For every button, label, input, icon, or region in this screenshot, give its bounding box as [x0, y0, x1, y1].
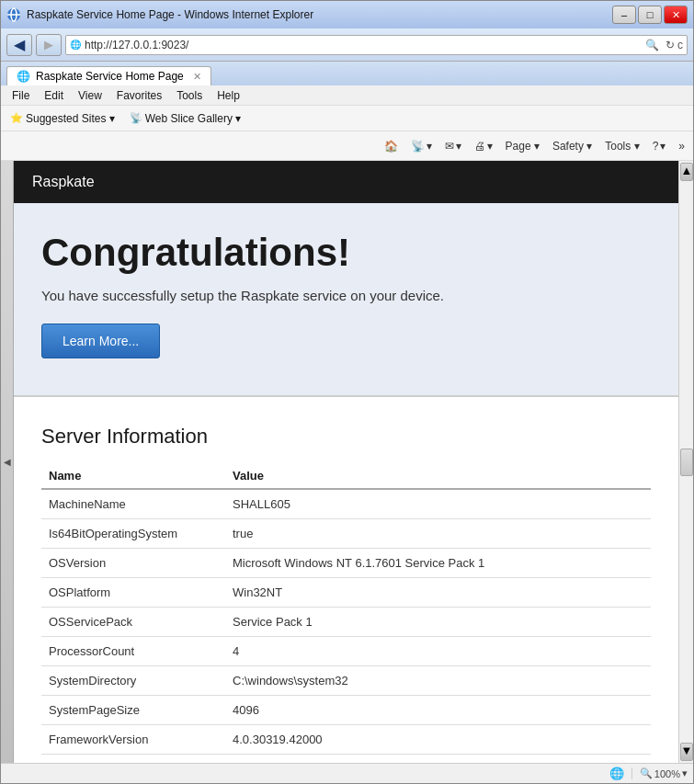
cell-name: SystemDirectory — [41, 666, 225, 696]
print-icon: 🖨 — [474, 140, 485, 153]
home-button[interactable]: 🏠 — [380, 137, 403, 155]
scroll-down-button[interactable]: ▼ — [680, 743, 693, 761]
table-row: SystemPageSize4096 — [41, 696, 651, 725]
minimize-button[interactable]: – — [612, 6, 636, 24]
toolbar: 🏠 📡 ▾ ✉ ▾ 🖨 ▾ Page ▾ Safety ▾ Tools ▾ ? … — [1, 131, 693, 161]
menu-help[interactable]: Help — [210, 87, 247, 104]
cell-name: ProcessorCount — [41, 637, 225, 666]
web-slice-gallery-button[interactable]: 📡 Web Slice Gallery ▾ — [126, 110, 245, 127]
cell-name: FrameworkVersion — [41, 725, 225, 755]
cell-value: C:\windows\system32 — [225, 666, 651, 696]
zoom-level: 100% — [654, 768, 680, 779]
zoom-dropdown-icon: ▾ — [682, 767, 688, 779]
ie-logo-icon — [6, 7, 21, 22]
menu-edit[interactable]: Edit — [37, 87, 71, 104]
feed-icon: 📡 — [130, 112, 142, 124]
cell-name: OSPlatform — [41, 578, 225, 608]
address-search-icon: 🔍 — [643, 39, 662, 51]
address-text: http://127.0.0.1:9023/ — [85, 39, 640, 51]
scroll-up-button[interactable]: ▲ — [680, 163, 693, 181]
cell-value: SHALL605 — [225, 489, 651, 519]
title-bar-left: Raspkate Service Home Page - Windows Int… — [6, 7, 313, 22]
table-row: ProcessorCount4 — [41, 637, 651, 666]
feeds-icon: 📡 — [411, 140, 425, 153]
table-header-row: Name Value — [41, 463, 651, 489]
scroll-track[interactable]: ▲ ▼ — [678, 161, 693, 763]
column-header-name: Name — [41, 463, 225, 489]
menu-tools[interactable]: Tools — [169, 87, 210, 104]
mail-dropdown: ▾ — [456, 140, 461, 153]
active-tab[interactable]: 🌐 Raspkate Service Home Page ✕ — [6, 66, 211, 85]
sidebar-toggle[interactable]: ◀ — [1, 161, 14, 763]
cell-name: MachineName — [41, 489, 225, 519]
table-row: OSPlatformWin32NT — [41, 578, 651, 608]
forward-button[interactable]: ▶ — [36, 34, 62, 56]
cell-value: Win32NT — [225, 578, 651, 608]
cell-value: Service Pack 1 — [225, 608, 651, 637]
home-icon: 🏠 — [384, 140, 398, 153]
cell-value: 4 — [225, 637, 651, 666]
tools-menu-button[interactable]: Tools ▾ — [600, 137, 643, 155]
mail-button[interactable]: ✉ ▾ — [440, 137, 466, 155]
safety-menu-button[interactable]: Safety ▾ — [548, 137, 597, 155]
favorites-bar: ⭐ Suggested Sites ▾ 📡 Web Slice Gallery … — [1, 106, 693, 131]
table-row: OSServicePackService Pack 1 — [41, 608, 651, 637]
network-icon: 🌐 — [609, 767, 624, 780]
cell-value: true — [225, 519, 651, 549]
close-button[interactable]: ✕ — [664, 6, 688, 24]
tab-bar: 🌐 Raspkate Service Home Page ✕ — [1, 62, 693, 85]
tab-close-button[interactable]: ✕ — [193, 71, 201, 83]
feeds-button[interactable]: 📡 ▾ — [406, 137, 437, 155]
menu-bar: File Edit View Favorites Tools Help — [1, 85, 693, 106]
hero-heading: Congratulations! — [41, 231, 651, 275]
app-header: Raspkate — [14, 161, 678, 203]
table-row: Is64BitOperatingSystemtrue — [41, 519, 651, 549]
help-dropdown: ▾ — [660, 140, 666, 153]
status-bar: 🌐 🔍 100% ▾ — [1, 763, 693, 783]
page-icon: 🌐 — [70, 40, 81, 50]
more-tools-button[interactable]: » — [674, 137, 689, 155]
cell-value: 4.0.30319.42000 — [225, 725, 651, 755]
cell-value: 4096 — [225, 696, 651, 725]
tab-label: Raspkate Service Home Page — [36, 70, 184, 83]
back-button[interactable]: ◀ — [6, 34, 32, 56]
cell-value: Microsoft Windows NT 6.1.7601 Service Pa… — [225, 549, 651, 578]
help-button[interactable]: ? ▾ — [648, 137, 671, 155]
web-slice-gallery-label: Web Slice Gallery ▾ — [145, 112, 241, 125]
window-title: Raspkate Service Home Page - Windows Int… — [27, 8, 313, 21]
cell-name: SystemPageSize — [41, 696, 225, 725]
tab-favicon: 🌐 — [17, 70, 30, 83]
maximize-button[interactable]: □ — [638, 6, 662, 24]
star-icon: ⭐ — [10, 112, 23, 124]
title-bar: Raspkate Service Home Page - Windows Int… — [1, 1, 693, 28]
server-info-section: Server Information Name Value MachineNam… — [14, 397, 678, 763]
table-row: FrameworkVersion4.0.30319.42000 — [41, 725, 651, 755]
cell-name: Is64BitOperatingSystem — [41, 519, 225, 549]
help-icon: ? — [653, 140, 659, 153]
cell-name: OSServicePack — [41, 608, 225, 637]
feeds-dropdown: ▾ — [427, 140, 432, 153]
address-bar: ◀ ▶ 🌐 http://127.0.0.1:9023/ 🔍 ↻ c — [1, 28, 693, 62]
refresh-button[interactable]: ↻ c — [666, 39, 683, 51]
column-header-value: Value — [225, 463, 651, 489]
menu-favorites[interactable]: Favorites — [109, 87, 169, 104]
learn-more-button[interactable]: Learn More... — [41, 324, 160, 358]
print-dropdown: ▾ — [487, 140, 493, 153]
table-row: MachineNameSHALL605 — [41, 489, 651, 519]
print-button[interactable]: 🖨 ▾ — [470, 137, 497, 155]
cell-name: OSVersion — [41, 549, 225, 578]
hero-subtext: You have successfully setup the Raspkate… — [41, 288, 651, 303]
page-menu-button[interactable]: Page ▾ — [501, 137, 544, 155]
address-box[interactable]: 🌐 http://127.0.0.1:9023/ 🔍 ↻ c — [65, 35, 688, 55]
browser-window: Raspkate Service Home Page - Windows Int… — [0, 0, 694, 784]
menu-view[interactable]: View — [71, 87, 109, 104]
menu-file[interactable]: File — [5, 87, 37, 104]
table-row: SystemDirectoryC:\windows\system32 — [41, 666, 651, 696]
main-content: Raspkate Congratulations! You have succe… — [14, 161, 678, 763]
suggested-sites-button[interactable]: ⭐ Suggested Sites ▾ — [6, 110, 119, 127]
window-controls: – □ ✕ — [612, 6, 688, 24]
browser-content: ◀ Raspkate Congratulations! You have suc… — [1, 161, 693, 763]
scroll-thumb[interactable] — [680, 449, 693, 476]
zoom-control[interactable]: 🔍 100% ▾ — [631, 767, 688, 779]
suggested-sites-label: Suggested Sites ▾ — [26, 112, 115, 125]
